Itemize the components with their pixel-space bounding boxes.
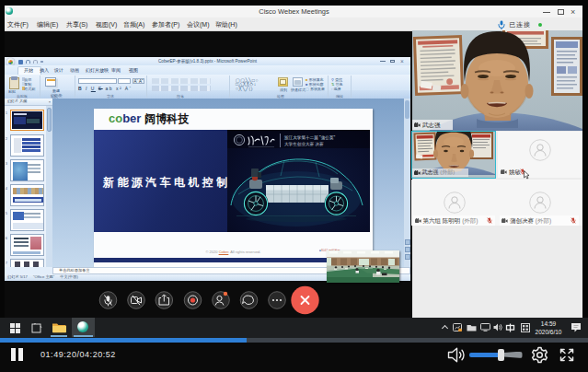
svg-text:浙江大学第十二届 "蒲公英": 浙江大学第十二届 "蒲公英" (283, 134, 335, 141)
svg-text:大学生创业大赛 决赛: 大学生创业大赛 决赛 (284, 142, 324, 146)
